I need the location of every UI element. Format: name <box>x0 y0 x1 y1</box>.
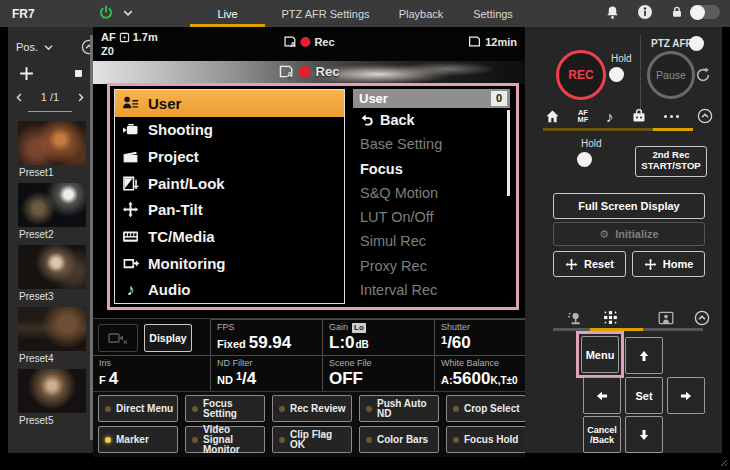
user-icon <box>122 95 139 112</box>
menu-button[interactable]: Menu <box>581 336 619 373</box>
menu-item-user[interactable]: User <box>115 90 344 117</box>
display-button[interactable]: Display <box>144 324 192 352</box>
pan-tilt-reset-button[interactable]: Reset <box>553 251 626 277</box>
assignable-focus-hold[interactable]: Focus Hold <box>446 426 526 453</box>
gain-cell[interactable]: GainLo L:0dB <box>322 319 434 355</box>
person-frame-tab-icon[interactable] <box>658 310 674 326</box>
dpad-collapse-icon[interactable] <box>694 310 710 326</box>
af-mf-icon[interactable]: AF MF <box>578 109 589 123</box>
notification-bell-icon[interactable] <box>605 5 620 20</box>
menu-item-audio[interactable]: ♪ Audio <box>115 276 344 303</box>
tab-live[interactable]: Live <box>190 0 265 27</box>
camera-info-bar: Display FPS Fixed59.94 GainLo L:0dB Shut… <box>93 318 525 391</box>
right-button[interactable] <box>667 377 705 414</box>
info-icon[interactable] <box>637 4 653 20</box>
submenu-item-focus[interactable]: Focus <box>353 157 510 181</box>
camera-stage: AF 1.7m Z0 A Rec 12min <box>93 27 525 453</box>
more-tab-icon[interactable] <box>664 115 679 118</box>
timecode-icon <box>122 228 139 245</box>
menu-item-shooting[interactable]: Shooting <box>115 117 344 144</box>
assignable-focus-setting[interactable]: Focus Setting <box>185 395 265 422</box>
full-screen-display-button[interactable]: Full Screen Display <box>553 193 705 219</box>
assignable-push-auto-nd[interactable]: Push Auto ND <box>359 395 439 422</box>
status-dot <box>453 437 459 443</box>
submenu-scrollbar[interactable] <box>507 110 510 196</box>
submenu-badge: 0 <box>491 91 507 106</box>
window-resize-handle[interactable] <box>720 459 728 467</box>
preset2-thumbnail[interactable] <box>18 183 86 227</box>
rec-hold-label: Hold <box>611 53 632 64</box>
tab-settings[interactable]: Settings <box>463 0 523 27</box>
left-button[interactable] <box>583 377 621 414</box>
dpad-tab-icon[interactable] <box>603 310 618 325</box>
preset-item: Preset4 <box>18 307 88 364</box>
set-button[interactable]: Set <box>625 377 663 414</box>
stop-button[interactable] <box>73 68 84 79</box>
page-prev-icon[interactable] <box>14 92 25 103</box>
preset-item: Preset5 <box>18 369 88 426</box>
assignable-rec-review[interactable]: Rec Review <box>272 395 352 422</box>
lock-toggle[interactable] <box>690 5 720 19</box>
page-next-icon[interactable] <box>75 92 86 103</box>
assignable-marker[interactable]: Marker <box>98 426 178 453</box>
submenu-item-proxy-rec[interactable]: Proxy Rec <box>353 254 510 278</box>
submenu-item-base-setting[interactable]: Base Setting <box>353 132 510 156</box>
menu-button-highlight: Menu <box>576 331 624 378</box>
preset-label: Preset3 <box>19 291 88 302</box>
preset-label: Preset4 <box>19 353 88 364</box>
shutter-cell[interactable]: Shutter 1/60 <box>434 319 525 355</box>
audio-tab-icon[interactable]: ♪ <box>606 108 614 125</box>
function-tabs: AF MF ♪ <box>545 107 713 125</box>
preset1-thumbnail[interactable] <box>18 121 86 165</box>
menu-item-project[interactable]: Project <box>115 143 344 170</box>
menu-item-tc-media[interactable]: TC/Media <box>115 223 344 250</box>
assignable-video-signal-monitor[interactable]: Video Signal Monitor <box>185 426 265 453</box>
down-button[interactable] <box>625 416 663 453</box>
preset3-thumbnail[interactable] <box>18 245 86 289</box>
menu-item-pan-tilt[interactable]: Pan-Tilt <box>115 197 344 224</box>
submenu-item-back[interactable]: Back <box>353 108 510 132</box>
home-icon[interactable] <box>545 109 560 124</box>
nd-filter-cell[interactable]: ND Filter ND1/4 <box>210 355 322 391</box>
add-preset-button[interactable] <box>18 65 35 82</box>
submenu-item-interval-rec[interactable]: Interval Rec <box>353 278 510 302</box>
tab-ptz-afr-settings[interactable]: PTZ AFR Settings <box>278 0 373 27</box>
preset5-thumbnail[interactable] <box>18 369 86 413</box>
submenu-item-lut-onoff[interactable]: LUT On/Off <box>353 205 510 229</box>
submenu-item-simul-rec[interactable]: Simul Rec <box>353 229 510 253</box>
pause-button[interactable]: Pause <box>647 51 695 99</box>
power-menu-chevron-down-icon[interactable] <box>122 7 134 19</box>
up-button[interactable] <box>625 337 663 374</box>
media-bag-icon[interactable] <box>631 108 647 124</box>
tab-playback[interactable]: Playback <box>390 0 452 27</box>
assignable-direct-menu[interactable]: Direct Menu <box>98 395 178 422</box>
rec-button[interactable]: REC <box>556 50 606 100</box>
white-balance-cell[interactable]: White Balance A:5600K,T±0 <box>434 355 525 391</box>
cancel-back-button[interactable]: Cancel/Back <box>583 416 621 453</box>
preset4-thumbnail[interactable] <box>18 307 86 351</box>
menu-category-list: User Shooting Project <box>114 89 345 304</box>
preset-label: Preset5 <box>19 415 88 426</box>
joystick-tab-icon[interactable] <box>567 310 583 326</box>
function-collapse-icon[interactable] <box>697 108 713 124</box>
scene-file-cell[interactable]: Scene File OFF <box>322 355 434 391</box>
pan-tilt-cross-icon <box>644 258 657 271</box>
preset-group-chevron-down-icon[interactable] <box>43 42 54 53</box>
power-icon[interactable] <box>98 5 114 21</box>
preset-sidebar: Pos. 1 /1 Preset1 <box>8 27 93 453</box>
assignable-color-bars[interactable]: Color Bars <box>359 426 439 453</box>
menu-item-monitoring[interactable]: Monitoring <box>115 250 344 277</box>
fps-cell[interactable]: FPS Fixed59.94 <box>210 319 322 355</box>
refresh-icon[interactable] <box>695 67 711 83</box>
assignable-crop-select[interactable]: Crop Select <box>446 395 526 422</box>
pan-tilt-home-button[interactable]: Home <box>632 251 705 277</box>
iris-cell[interactable]: Iris F4 <box>93 355 210 391</box>
submenu-item-sq-motion[interactable]: S&Q Motion <box>353 181 510 205</box>
rec-label: Rec <box>314 36 334 48</box>
assignable-clip-flag-ok[interactable]: Clip Flag OK <box>272 426 352 453</box>
video-view[interactable]: A Rec User Shooting <box>93 61 525 318</box>
overlay-rec-label: Rec <box>316 64 340 79</box>
menu-item-paint-look[interactable]: Paint/Look <box>115 170 344 197</box>
second-rec-button[interactable]: 2nd Rec START/STOP <box>635 146 707 177</box>
submenu-header: User 0 <box>353 89 510 108</box>
